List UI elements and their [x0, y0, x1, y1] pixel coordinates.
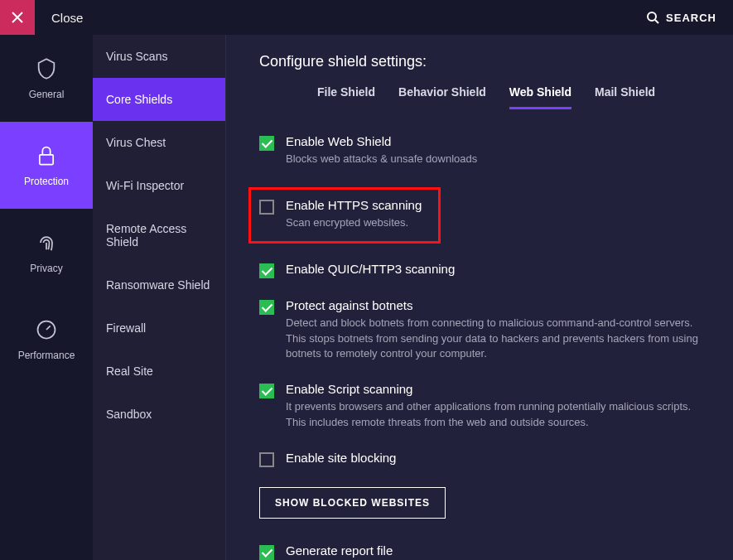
subnav-sandbox[interactable]: Sandbox	[93, 393, 225, 436]
option-enable-https-scanning: Enable HTTPS scanning Scan encrypted web…	[248, 187, 441, 244]
subnav-core-shields[interactable]: Core Shields	[93, 78, 225, 121]
subnav-wifi-inspector[interactable]: Wi-Fi Inspector	[93, 164, 225, 207]
close-label: Close	[51, 11, 83, 25]
option-desc: It prevents browsers and other applicati…	[286, 399, 700, 431]
option-enable-web-shield: Enable Web Shield Blocks web attacks & u…	[259, 134, 700, 167]
subnav-real-site[interactable]: Real Site	[93, 350, 225, 393]
subnav-virus-chest[interactable]: Virus Chest	[93, 121, 225, 164]
option-body: Enable Web Shield Blocks web attacks & u…	[286, 134, 700, 167]
option-title: Enable Script scanning	[286, 382, 700, 396]
close-button[interactable]	[0, 0, 35, 35]
subnav-ransomware-shield[interactable]: Ransomware Shield	[93, 263, 225, 307]
option-body: Enable HTTPS scanning Scan encrypted web…	[286, 198, 430, 231]
subnav-firewall[interactable]: Firewall	[93, 307, 225, 350]
search-icon	[646, 11, 659, 24]
option-body: Enable site blocking	[286, 451, 700, 465]
checkbox-enable-https-scanning[interactable]	[259, 200, 274, 215]
primary-sidebar: General Protection Privacy Performance	[0, 35, 93, 560]
option-body: Protect against botnets Detect and block…	[286, 298, 700, 363]
sidebar-item-label: Performance	[18, 350, 75, 361]
checkbox-enable-script-scanning[interactable]	[259, 384, 274, 398]
tab-mail-shield[interactable]: Mail Shield	[595, 85, 655, 109]
checkbox-generate-report-file[interactable]	[259, 545, 274, 560]
option-desc: Detect and block botnets from connecting…	[286, 316, 700, 363]
option-title: Enable HTTPS scanning	[286, 198, 430, 212]
search-label: SEARCH	[666, 12, 716, 24]
sidebar-item-protection[interactable]: Protection	[0, 122, 93, 209]
sidebar-item-label: General	[29, 89, 65, 100]
option-title: Enable site blocking	[286, 451, 700, 465]
option-title: Protect against botnets	[286, 298, 700, 312]
checkbox-protect-against-botnets[interactable]	[259, 300, 274, 315]
subnav-remote-access-shield[interactable]: Remote Access Shield	[93, 207, 225, 263]
subnav-virus-scans[interactable]: Virus Scans	[93, 35, 225, 78]
content-pane[interactable]: Configure shield settings: File Shield B…	[226, 35, 733, 560]
secondary-sidebar: Virus Scans Core Shields Virus Chest Wi-…	[93, 35, 226, 560]
tab-file-shield[interactable]: File Shield	[317, 85, 375, 109]
tab-behavior-shield[interactable]: Behavior Shield	[398, 85, 486, 109]
sidebar-item-label: Protection	[24, 176, 69, 187]
option-desc: Scan encrypted websites.	[286, 215, 430, 231]
tab-web-shield[interactable]: Web Shield	[509, 85, 571, 109]
option-enable-site-blocking: Enable site blocking	[259, 451, 700, 467]
option-desc: Blocks web attacks & unsafe downloads	[286, 152, 700, 167]
option-body: Enable QUIC/HTTP3 scanning	[286, 262, 700, 276]
option-title: Enable Web Shield	[286, 134, 700, 148]
svg-point-0	[648, 12, 656, 21]
lock-icon	[35, 144, 58, 167]
checkbox-enable-web-shield[interactable]	[259, 136, 274, 151]
sidebar-item-label: Privacy	[30, 263, 62, 274]
sidebar-item-general[interactable]: General	[0, 35, 93, 122]
checkbox-enable-site-blocking[interactable]	[259, 452, 274, 467]
shield-tabs: File Shield Behavior Shield Web Shield M…	[317, 85, 700, 109]
sidebar-item-performance[interactable]: Performance	[0, 296, 93, 383]
search-button[interactable]: SEARCH	[646, 11, 716, 24]
checkbox-enable-quic-scanning[interactable]	[259, 263, 274, 278]
gauge-icon	[35, 318, 58, 341]
option-generate-report-file: Generate report file	[259, 543, 700, 560]
fingerprint-icon	[35, 231, 58, 254]
option-title: Enable QUIC/HTTP3 scanning	[286, 262, 700, 276]
option-protect-against-botnets: Protect against botnets Detect and block…	[259, 298, 700, 363]
show-blocked-websites-button[interactable]: SHOW BLOCKED WEBSITES	[259, 487, 446, 519]
option-enable-script-scanning: Enable Script scanning It prevents brows…	[259, 382, 700, 431]
option-enable-quic-scanning: Enable QUIC/HTTP3 scanning	[259, 262, 700, 278]
option-title: Generate report file	[286, 543, 700, 558]
option-body: Generate report file	[286, 543, 700, 558]
page-title: Configure shield settings:	[259, 53, 700, 70]
svg-rect-1	[40, 154, 53, 164]
sidebar-item-privacy[interactable]: Privacy	[0, 209, 93, 296]
titlebar: Close SEARCH	[0, 0, 733, 35]
close-icon	[12, 12, 23, 23]
shield-icon	[35, 57, 58, 80]
option-body: Enable Script scanning It prevents brows…	[286, 382, 700, 431]
main-area: General Protection Privacy Performance V…	[0, 35, 733, 560]
